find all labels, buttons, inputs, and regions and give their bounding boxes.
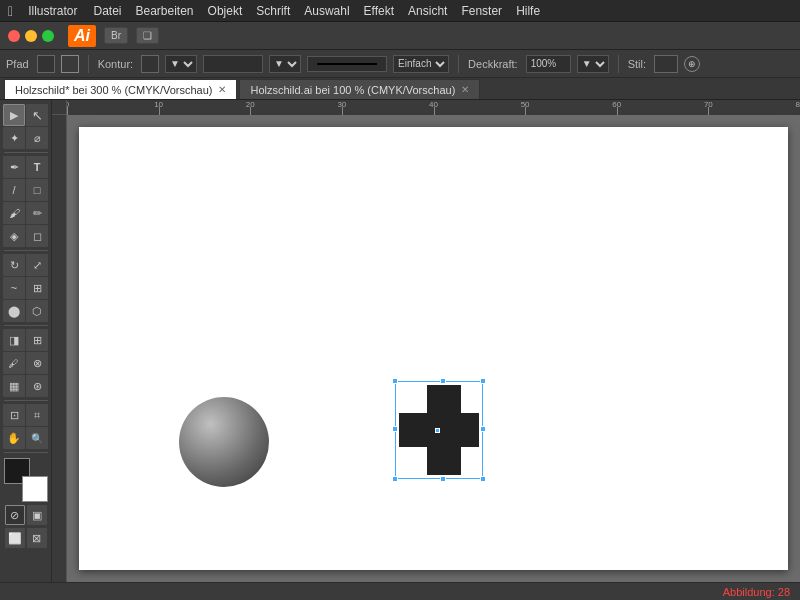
cross-object[interactable] bbox=[399, 385, 479, 475]
hand-tool[interactable]: ✋ bbox=[3, 427, 25, 449]
deckkraft-input[interactable] bbox=[526, 55, 571, 73]
background-color[interactable] bbox=[22, 476, 48, 502]
kontur-label: Kontur: bbox=[98, 58, 133, 70]
blend-tool[interactable]: ⊗ bbox=[26, 352, 48, 374]
anchor-bl[interactable] bbox=[392, 476, 398, 482]
anchor-tl[interactable] bbox=[392, 378, 398, 384]
canvas-area: 01020304050607080 bbox=[52, 100, 800, 582]
warp-tool[interactable]: ~ bbox=[3, 277, 25, 299]
menu-effekt[interactable]: Effekt bbox=[357, 2, 401, 20]
zoom-button[interactable] bbox=[42, 30, 54, 42]
scale-tool[interactable]: ⤢ bbox=[26, 254, 48, 276]
tool-row-3: ✒ T bbox=[3, 156, 48, 178]
apple-menu[interactable]:  bbox=[8, 3, 13, 19]
kontur-color[interactable] bbox=[141, 55, 159, 73]
close-button[interactable] bbox=[8, 30, 20, 42]
graph-tool[interactable]: ▦ bbox=[3, 375, 25, 397]
anchor-bc[interactable] bbox=[440, 476, 446, 482]
fill-swatch[interactable] bbox=[37, 55, 55, 73]
stil-swatch[interactable] bbox=[654, 55, 678, 73]
tool-row-7: ↻ ⤢ bbox=[3, 254, 48, 276]
symbol-tool[interactable]: ⊛ bbox=[26, 375, 48, 397]
menu-fenster[interactable]: Fenster bbox=[454, 2, 509, 20]
free-transform-tool[interactable]: ⊞ bbox=[26, 277, 48, 299]
canvas-with-ruler bbox=[52, 115, 800, 582]
width-tool[interactable]: ⬡ bbox=[26, 300, 48, 322]
color-area bbox=[4, 458, 48, 502]
anchor-center[interactable] bbox=[435, 428, 440, 433]
shape-builder-tool[interactable]: ⬤ bbox=[3, 300, 25, 322]
tool-row-10: ◨ ⊞ bbox=[3, 329, 48, 351]
minimize-button[interactable] bbox=[25, 30, 37, 42]
rect-tool[interactable]: □ bbox=[26, 179, 48, 201]
tab-close-1[interactable]: ✕ bbox=[218, 84, 226, 95]
ruler-top: 01020304050607080 bbox=[52, 100, 800, 115]
tab-close-2[interactable]: ✕ bbox=[461, 84, 469, 95]
deckkraft-label: Deckkraft: bbox=[468, 58, 518, 70]
title-bar: Ai Br ❑ bbox=[0, 22, 800, 50]
line-tool[interactable]: / bbox=[3, 179, 25, 201]
draw-normal-button[interactable]: ⬜ bbox=[5, 528, 25, 548]
magic-wand-tool[interactable]: ✦ bbox=[3, 127, 25, 149]
slice-tool[interactable]: ⌗ bbox=[26, 404, 48, 426]
eyedropper-tool[interactable]: 🖋 bbox=[3, 352, 25, 374]
tab-holzschild-100[interactable]: Holzschild.ai bei 100 % (CMYK/Vorschau) … bbox=[239, 79, 480, 99]
pencil-tool[interactable]: ✏ bbox=[26, 202, 48, 224]
tool-row-5: 🖌 ✏ bbox=[3, 202, 48, 224]
options-icon[interactable]: ⊕ bbox=[684, 56, 700, 72]
tab-holzschild-300[interactable]: Holzschild* bei 300 % (CMYK/Vorschau) ✕ bbox=[4, 79, 237, 99]
deckkraft-unit-select[interactable]: ▼ bbox=[577, 55, 609, 73]
artboard-tool[interactable]: ⊡ bbox=[3, 404, 25, 426]
stroke-swatch[interactable] bbox=[61, 55, 79, 73]
menu-ansicht[interactable]: Ansicht bbox=[401, 2, 454, 20]
menu-datei[interactable]: Datei bbox=[86, 2, 128, 20]
bridge-button[interactable]: Br bbox=[104, 27, 128, 44]
blob-brush-tool[interactable]: ◈ bbox=[3, 225, 25, 247]
tool-sep-1 bbox=[4, 152, 48, 153]
arrange-button[interactable]: ❑ bbox=[136, 27, 159, 44]
draw-inside-button[interactable]: ⊠ bbox=[27, 528, 47, 548]
vertical-ruler bbox=[52, 115, 67, 582]
tool-row-9: ⬤ ⬡ bbox=[3, 300, 48, 322]
paintbrush-tool[interactable]: 🖌 bbox=[3, 202, 25, 224]
menu-illustrator[interactable]: Illustrator bbox=[21, 2, 84, 20]
tool-sep-3 bbox=[4, 325, 48, 326]
anchor-br[interactable] bbox=[480, 476, 486, 482]
kontur-select[interactable]: ▼ bbox=[165, 55, 197, 73]
menu-hilfe[interactable]: Hilfe bbox=[509, 2, 547, 20]
color-mode-button[interactable]: ▣ bbox=[27, 505, 47, 525]
anchor-tr[interactable] bbox=[480, 378, 486, 384]
sphere-object[interactable] bbox=[179, 397, 269, 487]
tool-row-12: ▦ ⊛ bbox=[3, 375, 48, 397]
lasso-tool[interactable]: ⌀ bbox=[26, 127, 48, 149]
rotate-tool[interactable]: ↻ bbox=[3, 254, 25, 276]
mesh-tool[interactable]: ⊞ bbox=[26, 329, 48, 351]
canvas[interactable] bbox=[67, 115, 800, 582]
kontur-value-input[interactable] bbox=[203, 55, 263, 73]
menu-schrift[interactable]: Schrift bbox=[249, 2, 297, 20]
selection-tool[interactable]: ▶ bbox=[3, 104, 25, 126]
menu-bearbeiten[interactable]: Bearbeiten bbox=[129, 2, 201, 20]
tool-row-8: ~ ⊞ bbox=[3, 277, 48, 299]
menu-auswahl[interactable]: Auswahl bbox=[297, 2, 356, 20]
pen-tool[interactable]: ✒ bbox=[3, 156, 25, 178]
options-symbol: ⊕ bbox=[688, 59, 696, 69]
horizontal-ruler: 01020304050607080 bbox=[67, 100, 800, 115]
color-mode-row: ⊘ ▣ bbox=[5, 505, 47, 525]
anchor-mr[interactable] bbox=[480, 426, 486, 432]
zoom-tool[interactable]: 🔍 bbox=[26, 427, 48, 449]
anchor-tc[interactable] bbox=[440, 378, 446, 384]
menu-objekt[interactable]: Objekt bbox=[201, 2, 250, 20]
none-color-button[interactable]: ⊘ bbox=[5, 505, 25, 525]
stroke-style-select[interactable]: Einfach bbox=[393, 55, 449, 73]
eraser-tool[interactable]: ◻ bbox=[26, 225, 48, 247]
anchor-ml[interactable] bbox=[392, 426, 398, 432]
stroke-line bbox=[317, 63, 377, 65]
gradient-tool[interactable]: ◨ bbox=[3, 329, 25, 351]
kontur-unit-select[interactable]: ▼ bbox=[269, 55, 301, 73]
type-tool[interactable]: T bbox=[26, 156, 48, 178]
direct-selection-tool[interactable]: ↖ bbox=[26, 104, 48, 126]
stil-label: Stil: bbox=[628, 58, 646, 70]
figure-status: Abbildung: 28 bbox=[723, 586, 790, 598]
view-row: ⬜ ⊠ bbox=[5, 528, 47, 548]
